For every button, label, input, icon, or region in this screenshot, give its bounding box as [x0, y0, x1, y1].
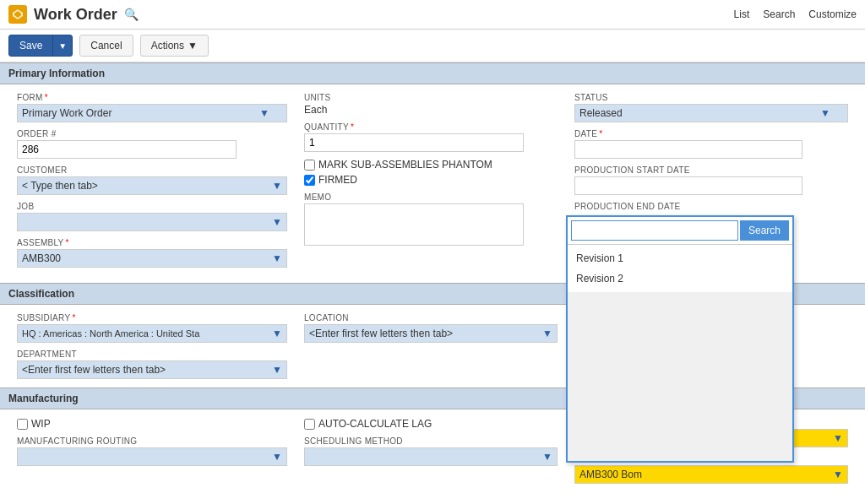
mark-sub-label: MARK SUB-ASSEMBLIES PHANTOM: [318, 159, 492, 171]
customer-dropdown[interactable]: < Type then tab> ▼: [17, 176, 287, 195]
title-search-icon[interactable]: 🔍: [124, 8, 139, 21]
scheduling-label: SCHEDULING METHOD: [304, 436, 558, 446]
department-label: DEPARTMENT: [17, 350, 287, 359]
bom-dropdown[interactable]: AMB300 Bom ▼: [574, 465, 848, 484]
mfg-routing-arrow: ▼: [272, 451, 282, 463]
quantity-input[interactable]: [304, 133, 524, 152]
mark-sub-checkbox[interactable]: [304, 160, 315, 171]
status-value: Released: [579, 107, 623, 119]
memo-input[interactable]: [304, 203, 524, 246]
order-input[interactable]: [17, 140, 237, 159]
department-dropdown[interactable]: <Enter first few letters then tab> ▼: [17, 360, 287, 379]
memo-label: MEMO: [304, 192, 558, 202]
form-value: Primary Work Order: [22, 107, 112, 119]
nav-customize[interactable]: Customize: [808, 8, 857, 20]
customer-arrow: ▼: [272, 180, 282, 192]
app-icon: [8, 5, 27, 24]
firmed-row: FIRMED: [304, 174, 558, 186]
toolbar: Save ▼ Cancel Actions ▼: [0, 30, 865, 62]
location-placeholder: <Enter first few letters then tab>: [309, 328, 453, 339]
scheduling-dropdown[interactable]: ▼: [304, 447, 558, 466]
subsidiary-dropdown[interactable]: HQ : Americas : North America : United S…: [17, 324, 287, 343]
quantity-label: QUANTITY*: [304, 122, 558, 132]
customer-label: CUSTOMER: [17, 165, 287, 175]
department-arrow: ▼: [272, 364, 282, 376]
scheduling-arrow: ▼: [542, 451, 552, 463]
classification-col-left: SUBSIDIARY* HQ : Americas : North Americ…: [8, 313, 296, 379]
status-arrow: ▼: [820, 107, 830, 119]
assembly-dropdown[interactable]: AMB300 ▼: [17, 249, 287, 268]
top-bar-left: Work Order 🔍: [8, 5, 139, 24]
manufacturing-col-left: WIP MANUFACTURING ROUTING ▼: [8, 418, 296, 484]
subsidiary-arrow: ▼: [272, 328, 282, 339]
nav-search[interactable]: Search: [763, 8, 795, 20]
nav-list[interactable]: List: [734, 8, 750, 20]
wip-checkbox[interactable]: [17, 419, 28, 430]
bom-arrow: ▼: [833, 469, 843, 480]
page-title: Work Order: [34, 6, 117, 24]
status-dropdown[interactable]: Released ▼: [574, 104, 848, 122]
revision-arrow: ▼: [833, 432, 843, 444]
status-label: STATUS: [574, 93, 848, 102]
assembly-arrow: ▼: [272, 252, 282, 264]
primary-section-header: Primary Information: [0, 62, 865, 84]
auto-calc-checkbox[interactable]: [304, 419, 315, 430]
manufacturing-col-mid: AUTO-CALCULATE LAG SCHEDULING METHOD ▼: [296, 418, 566, 484]
primary-form: FORM* Primary Work Order ▼ ORDER # CUSTO…: [0, 84, 865, 283]
order-label: ORDER #: [17, 129, 287, 138]
job-dropdown[interactable]: ▼: [17, 213, 287, 231]
date-label: DATE*: [574, 129, 848, 138]
bom-value: AMB300 Bom: [579, 469, 642, 480]
subsidiary-value: HQ : Americas : North America : United S…: [22, 328, 199, 339]
actions-arrow: ▼: [188, 40, 198, 51]
firmed-checkbox[interactable]: [304, 175, 315, 186]
wip-label: WIP: [31, 418, 51, 430]
location-arrow: ▼: [542, 328, 552, 339]
actions-label: Actions: [151, 40, 184, 51]
mfg-routing-label: MANUFACTURING ROUTING: [17, 436, 287, 446]
mark-sub-row: MARK SUB-ASSEMBLIES PHANTOM: [304, 159, 558, 171]
revision-item-1[interactable]: Revision 1: [568, 248, 792, 268]
top-bar: Work Order 🔍 List Search Customize: [0, 0, 865, 30]
mfg-routing-dropdown[interactable]: ▼: [17, 447, 287, 466]
primary-col-mid: UNITS Each QUANTITY* MARK SUB-ASSEMBLIES…: [296, 93, 566, 274]
cancel-button[interactable]: Cancel: [79, 35, 133, 57]
date-input[interactable]: 10/13/2021: [574, 140, 802, 159]
location-dropdown[interactable]: <Enter first few letters then tab> ▼: [304, 324, 558, 343]
job-label: JOB: [17, 202, 287, 211]
firmed-label: FIRMED: [318, 174, 357, 186]
popup-header: Search: [568, 217, 792, 245]
top-bar-right: List Search Customize: [734, 8, 857, 20]
department-placeholder: <Enter first few letters then tab>: [22, 364, 166, 376]
popup-empty-area: [568, 292, 792, 461]
customer-placeholder: < Type then tab>: [22, 180, 98, 192]
auto-calc-label: AUTO-CALCULATE LAG: [318, 418, 432, 430]
units-value: Each: [304, 104, 558, 116]
primary-col-right: STATUS Released ▼ DATE* 10/13/2021 PRODU…: [566, 93, 857, 274]
form-dropdown[interactable]: Primary Work Order ▼: [17, 104, 287, 122]
assembly-label: ASSEMBLY*: [17, 238, 287, 247]
popup-search-input[interactable]: [571, 220, 738, 241]
classification-col-mid: LOCATION <Enter first few letters then t…: [296, 313, 566, 379]
popup-list: Revision 1 Revision 2: [568, 245, 792, 292]
save-dropdown-arrow[interactable]: ▼: [53, 37, 72, 55]
revision-item-2[interactable]: Revision 2: [568, 268, 792, 289]
revision-dropdown-popup[interactable]: Search Revision 1 Revision 2: [566, 215, 794, 463]
job-arrow: ▼: [272, 216, 282, 228]
units-label: UNITS: [304, 93, 558, 102]
save-label[interactable]: Save: [9, 35, 53, 56]
production-start-input[interactable]: 10/13/2021: [574, 176, 802, 195]
subsidiary-label: SUBSIDIARY*: [17, 313, 287, 322]
primary-col-left: FORM* Primary Work Order ▼ ORDER # CUSTO…: [8, 93, 296, 274]
save-button[interactable]: Save ▼: [8, 35, 73, 57]
form-label: FORM*: [17, 93, 287, 102]
form-dropdown-arrow: ▼: [259, 107, 269, 119]
assembly-value: AMB300: [22, 252, 61, 264]
popup-search-button[interactable]: Search: [740, 220, 789, 241]
location-label: LOCATION: [304, 313, 558, 322]
production-end-label: PRODUCTION END DATE: [574, 202, 848, 211]
production-start-label: PRODUCTION START DATE: [574, 165, 848, 175]
actions-button[interactable]: Actions ▼: [140, 35, 209, 57]
